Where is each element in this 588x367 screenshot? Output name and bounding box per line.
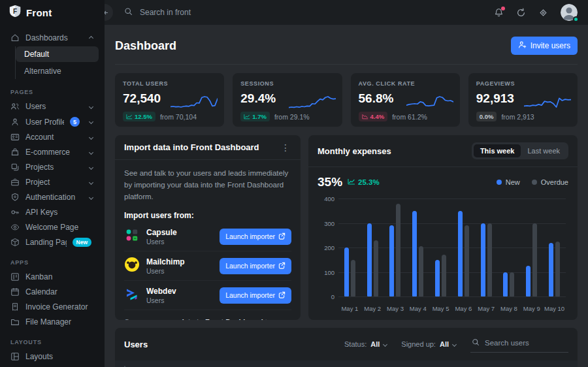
chart-bars [338,199,566,296]
person-icon [10,118,20,127]
sidebar-item-calendar[interactable]: Calendar [6,285,99,299]
stat-label: TOTAL USERS [123,80,216,87]
sidebar-item-account[interactable]: Account [6,130,99,144]
launch-importer-button[interactable]: Launch importer [220,287,291,304]
filter-value: All [440,340,449,348]
import-row-webdev: WebdevUsersLaunch importer [124,281,291,310]
trend-up-icon [348,178,355,186]
launch-importer-button[interactable]: Launch importer [220,229,291,245]
more-options-icon[interactable]: ⋮ [280,143,291,152]
sidebar-item-layouts[interactable]: Layouts [6,349,99,364]
table-filters: Status:AllSigned up:All [344,340,457,348]
expenses-card-header: Monthly expenses This weekLast week [308,135,578,167]
sidebar-subitem-default[interactable]: Default [16,46,99,62]
toggle-this-week[interactable]: This week [474,144,521,157]
import-row-capsule: CapsuleUsersLaunch importer [124,222,291,251]
chevron-down-icon [89,150,93,154]
sidebar-item-invoice-generator[interactable]: Invoice Generator [6,300,99,314]
change-value: 0.0% [480,113,494,120]
notification-dot [501,7,505,10]
y-axis-label: 200 [318,244,335,251]
legend-item-overdue[interactable]: Overdue [532,178,568,186]
sidebar-item-file-manager[interactable]: File Manager [6,315,99,329]
sidebar-item-label: Layouts [25,352,94,361]
bar-group-may-1 [338,199,361,296]
users-card-header: Users Status:AllSigned up:All [115,328,578,360]
expenses-change-value: 25.3% [358,178,380,186]
search-icon [472,337,480,349]
filter-signed-up-[interactable]: Signed up:All [401,340,457,348]
legend-dot [497,180,502,185]
x-axis-label: May 9 [520,305,543,312]
bar-overdue [532,223,537,297]
import-source-name: Mailchimp [146,257,185,266]
stats-row: TOTAL USERS72,54012.5%from 70,104SESSION… [115,73,578,127]
sidebar-section-header-apps: APPS [10,259,94,266]
sidebar-item-landing-page[interactable]: Landing PageNew [6,235,99,249]
chevron-down-icon [89,120,93,124]
expenses-summary-row: 35% 25.3% NewOverdue [318,175,568,189]
y-axis-label: 300 [318,219,335,227]
house-icon [10,33,20,42]
brand[interactable]: F Front [0,0,105,25]
bar-overdue [351,260,355,296]
navbar-actions [494,4,578,21]
invite-users-button[interactable]: Invite users [511,37,578,55]
bar-new [526,266,531,296]
sidebar-item-users[interactable]: Users [6,99,99,114]
import-description: See and talk to your users and leads imm… [124,168,291,202]
bar-overdue [487,223,492,297]
global-search[interactable] [124,7,290,18]
bar-new [481,223,485,297]
launch-importer-button[interactable]: Launch importer [220,258,291,274]
sidebar-item-authentication[interactable]: Authentication [6,190,99,204]
x-axis-label: May 1 [338,305,361,312]
filter-status-[interactable]: Status:All [344,340,388,348]
sidebar-item-api-keys[interactable]: API Keys [6,205,99,219]
sidebar-item-dashboards[interactable]: Dashboards [6,31,99,45]
refresh-button[interactable] [516,8,526,18]
import-data-card: Import data into Front Dashboard ⋮ See a… [115,135,301,320]
front-logo-icon: F [8,5,22,20]
mid-row: Import data into Front Dashboard ⋮ See a… [115,135,578,320]
stack-icon [10,163,20,172]
mailchimp-logo-icon [124,257,140,275]
sidebar-item-label: Kanban [25,272,94,281]
sidebar-item-label: Account [25,133,84,142]
sparkline-chart [406,89,453,117]
toggle-last-week[interactable]: Last week [521,144,566,157]
sidebar-nav: DashboardsDefaultAlternativePAGESUsersUs… [0,25,105,367]
sidebar-item-welcome-page[interactable]: Welcome Page [6,220,99,234]
svg-text:F: F [13,8,17,15]
bar-new [435,260,440,296]
sidebar-item-label: Landing Page [25,238,67,247]
launch-importer-label: Launch importer [225,232,275,240]
legend-item-new[interactable]: New [497,178,520,186]
users-search-input[interactable] [485,339,557,347]
bar-new [549,243,553,297]
user-avatar[interactable] [561,4,578,21]
notifications-button[interactable] [494,8,504,18]
layout-icon [10,352,20,361]
sidebar-subnav: DefaultAlternative [15,46,99,79]
external-link-icon [278,262,286,270]
key-icon [10,208,20,217]
apps-gem-button[interactable] [538,8,548,18]
search-input[interactable] [140,8,290,17]
sidebar-item-e-commerce[interactable]: E-commerce [6,145,99,159]
shield-icon [10,193,20,202]
sidebar-section-header-layouts: LAYOUTS [10,339,94,345]
sidebar: F Front DashboardsDefaultAlternativePAGE… [0,0,105,367]
brand-name: Front [26,7,52,18]
sidebar-subitem-alternative[interactable]: Alternative [16,63,99,79]
sidebar-item-project[interactable]: Project [6,175,99,189]
import-card-body: See and talk to your users and leads imm… [115,160,301,320]
bag-icon [10,148,20,157]
sidebar-item-projects[interactable]: Projects [6,160,99,174]
external-link-icon [278,291,286,300]
bar-group-may-8 [498,199,521,296]
sidebar-item-user-profile[interactable]: User Profile5 [6,114,99,129]
expenses-big-value: 35% [318,175,342,189]
users-search[interactable] [470,336,568,353]
sidebar-item-kanban[interactable]: Kanban [6,270,99,284]
